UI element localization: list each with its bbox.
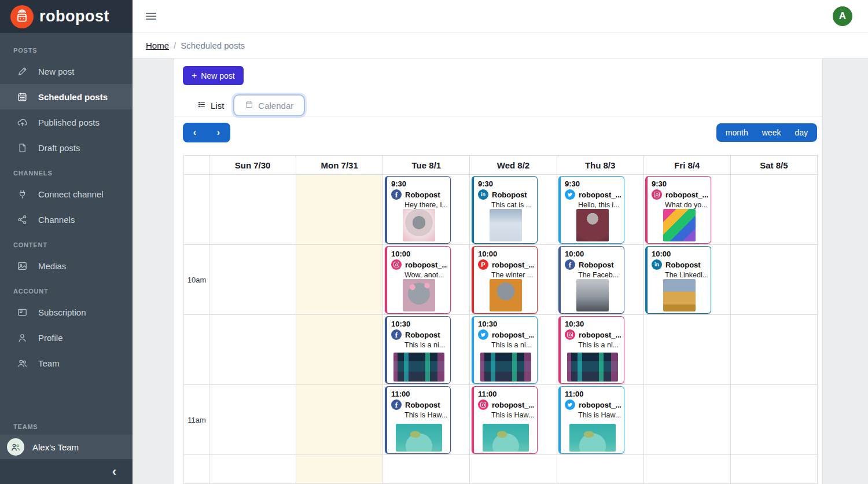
month-view-button[interactable]: month <box>719 128 755 137</box>
plus-icon: + <box>192 71 197 81</box>
day-column[interactable] <box>209 175 296 483</box>
scheduled-post-card[interactable]: 11:00 robopost_... This is Haw... <box>558 386 624 454</box>
breadcrumb-separator: / <box>174 41 176 50</box>
post-account-name: robopost_... <box>579 331 621 339</box>
post-thumbnail <box>576 209 609 241</box>
tab-list[interactable]: List <box>192 95 230 116</box>
breadcrumb-home-link[interactable]: Home <box>146 41 169 50</box>
post-thumbnail <box>569 424 616 452</box>
post-caption: This is a ni... <box>404 341 447 349</box>
post-caption: This is Haw... <box>491 411 534 419</box>
day-header: Fri 8/4 <box>644 156 731 174</box>
twitter-icon <box>565 189 575 200</box>
sidebar-section-label: ACCOUNT <box>0 278 133 299</box>
logo[interactable]: robopost <box>0 0 133 33</box>
calendar-body: 10am11am 9:30 f Robopost Hey there, I...… <box>184 175 817 483</box>
scheduled-post-card[interactable]: 9:30 robopost_... What do yo... <box>645 176 711 244</box>
scheduled-post-card[interactable]: 10:30 f Robopost This is a ni... <box>385 316 451 384</box>
view-switcher: monthweekday <box>716 123 817 142</box>
day-header: Tue 8/1 <box>383 156 470 174</box>
linkedin-icon: in <box>478 189 488 200</box>
day-view-button[interactable]: day <box>788 128 815 137</box>
scheduled-post-card[interactable]: 10:00 robopost_... Wow, anot... <box>385 246 451 314</box>
day-column[interactable] <box>731 175 817 483</box>
post-thumbnail <box>396 424 442 452</box>
pinterest-icon: P <box>478 259 488 270</box>
tab-calendar[interactable]: Calendar <box>233 94 305 116</box>
sidebar-item-published-posts[interactable]: Published posts <box>0 109 133 135</box>
post-account-name: Robopost <box>405 401 440 409</box>
scheduled-post-card[interactable]: 10:00 f Robopost The Faceb... <box>558 246 624 314</box>
breadcrumb: Home / Scheduled posts <box>133 33 868 58</box>
media-icon <box>16 260 28 272</box>
day-header: Wed 8/2 <box>470 156 557 174</box>
scheduled-post-card[interactable]: 11:00 robopost_... This is Haw... <box>472 386 538 454</box>
post-caption: Hello, this i... <box>578 201 621 209</box>
sidebar-item-medias[interactable]: Medias <box>0 253 133 278</box>
day-column-today[interactable] <box>296 175 383 483</box>
scheduled-post-card[interactable]: 9:30 robopost_... Hello, this i... <box>558 176 624 244</box>
post-thumbnail <box>403 209 435 241</box>
time-axis-label: 10am <box>184 276 209 284</box>
sidebar-item-scheduled-posts[interactable]: Scheduled posts <box>0 84 133 109</box>
scheduled-post-card[interactable]: 9:30 f Robopost Hey there, I... <box>385 176 451 244</box>
sidebar-item-channels[interactable]: Channels <box>0 207 133 232</box>
post-caption: This is Haw... <box>404 411 447 419</box>
time-axis-header <box>184 156 209 174</box>
list-icon <box>197 100 206 111</box>
sidebar-item-alexs-team[interactable]: Alex's Team <box>0 435 133 459</box>
post-thumbnail <box>393 353 444 382</box>
post-account-name: robopost_... <box>405 261 447 269</box>
sidebar-item-draft-posts[interactable]: Draft posts <box>0 135 133 160</box>
users-icon <box>16 357 28 369</box>
scheduled-post-card[interactable]: 11:00 f Robopost This is Haw... <box>385 386 451 454</box>
post-caption: What do yo... <box>665 201 708 209</box>
view-tabs: List Calendar <box>174 91 822 116</box>
next-button[interactable]: › <box>207 123 230 142</box>
facebook-icon: f <box>565 259 575 270</box>
sidebar-item-new-post[interactable]: New post <box>0 58 133 84</box>
time-axis-column <box>184 175 209 483</box>
team-avatar-icon <box>7 438 24 456</box>
sidebar-section-label: CHANNELS <box>0 160 133 181</box>
new-post-button[interactable]: + New post <box>183 66 244 85</box>
prev-button[interactable]: ‹ <box>183 123 207 142</box>
post-time: 9:30 <box>391 179 447 188</box>
hamburger-menu-icon[interactable] <box>146 11 156 21</box>
post-caption: This is a ni... <box>578 341 621 349</box>
post-thumbnail <box>403 279 435 311</box>
week-view-button[interactable]: week <box>755 128 788 137</box>
sidebar-item-team[interactable]: Team <box>0 350 133 376</box>
subscription-icon <box>16 306 28 318</box>
post-caption: The winter ... <box>491 271 534 279</box>
time-axis-label: 11am <box>184 416 209 424</box>
post-account-name: Robopost <box>665 261 701 269</box>
post-caption: The Faceb... <box>578 271 621 279</box>
user-icon <box>16 332 28 343</box>
post-time: 11:00 <box>391 390 447 398</box>
post-time: 10:30 <box>391 320 447 328</box>
scheduled-post-card[interactable]: 10:30 robopost_... This is a ni... <box>472 316 538 384</box>
sidebar-item-connect-channel[interactable]: Connect channel <box>0 181 133 207</box>
topbar: A <box>133 0 868 33</box>
sidebar-item-subscription[interactable]: Subscription <box>0 299 133 325</box>
app-root: robopost POSTS New post Scheduled posts … <box>0 0 868 484</box>
sidebar-section-label: CONTENT <box>0 232 133 253</box>
linkedin-icon: in <box>652 259 662 270</box>
facebook-icon: f <box>391 329 402 340</box>
post-time: 9:30 <box>652 179 708 188</box>
instagram-icon <box>478 399 488 410</box>
sidebar-section-label: POSTS <box>0 38 133 58</box>
draft-icon <box>16 142 28 153</box>
team-name: Alex's Team <box>32 442 79 452</box>
sidebar-item-profile[interactable]: Profile <box>0 325 133 350</box>
scheduled-post-card[interactable]: 10:00 in Robopost The LinkedI... <box>645 246 711 314</box>
scheduled-post-card[interactable]: 9:30 in Robopost This cat is ... <box>472 176 538 244</box>
sidebar-collapse-button[interactable]: ‹ <box>0 459 133 484</box>
scheduled-post-card[interactable]: 10:00 P robopost_... The winter ... <box>472 246 538 314</box>
day-header: Sat 8/5 <box>731 156 817 174</box>
post-account-name: robopost_... <box>579 190 621 199</box>
scheduled-post-card[interactable]: 10:30 robopost_... This is a ni... <box>558 316 624 384</box>
facebook-icon: f <box>391 189 402 200</box>
user-avatar[interactable]: A <box>833 6 852 26</box>
